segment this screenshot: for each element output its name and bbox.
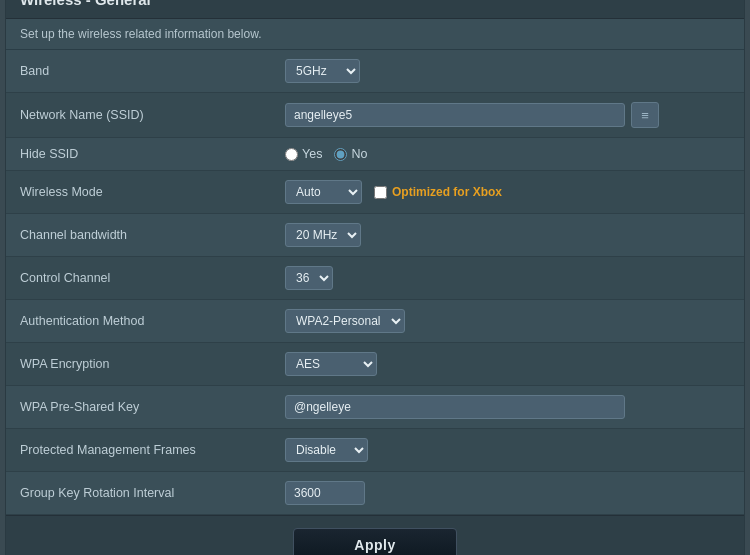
ssid-wrapper: ≡ <box>285 102 730 128</box>
wireless-mode-wrapper: Auto N only AC only Optimized for Xbox <box>285 180 730 204</box>
channel-bandwidth-select[interactable]: 20 MHz 40 MHz 80 MHz <box>285 223 361 247</box>
hide-ssid-radio-group: Yes No <box>285 147 730 161</box>
group-key-row: Group Key Rotation Interval <box>6 472 744 515</box>
xbox-checkbox-wrapper: Optimized for Xbox <box>374 185 502 199</box>
ssid-label: Network Name (SSID) <box>6 93 271 138</box>
hide-ssid-no-label[interactable]: No <box>334 147 367 161</box>
wireless-mode-label: Wireless Mode <box>6 171 271 214</box>
auth-method-select[interactable]: Open System WPA-Personal WPA2-Personal W… <box>285 309 405 333</box>
wpa-encryption-select[interactable]: AES TKIP TKIP+AES <box>285 352 377 376</box>
band-row: Band 5GHz 2.4GHz <box>6 50 744 93</box>
wpa-key-label: WPA Pre-Shared Key <box>6 386 271 429</box>
channel-bandwidth-label: Channel bandwidth <box>6 214 271 257</box>
auth-method-label: Authentication Method <box>6 300 271 343</box>
band-label: Band <box>6 50 271 93</box>
control-channel-select[interactable]: 36 40 44 48 <box>285 266 333 290</box>
wpa-encryption-row: WPA Encryption AES TKIP TKIP+AES <box>6 343 744 386</box>
page-title: Wireless - General <box>20 0 730 8</box>
pmf-select[interactable]: Disable Optional Required <box>285 438 368 462</box>
auth-method-row: Authentication Method Open System WPA-Pe… <box>6 300 744 343</box>
band-select[interactable]: 5GHz 2.4GHz <box>285 59 360 83</box>
wpa-key-input[interactable] <box>285 395 625 419</box>
group-key-input[interactable] <box>285 481 365 505</box>
channel-bandwidth-row: Channel bandwidth 20 MHz 40 MHz 80 MHz <box>6 214 744 257</box>
hide-ssid-yes-label[interactable]: Yes <box>285 147 322 161</box>
panel-header: Wireless - General <box>6 0 744 19</box>
group-key-label: Group Key Rotation Interval <box>6 472 271 515</box>
hide-ssid-no-radio[interactable] <box>334 148 347 161</box>
wireless-mode-select[interactable]: Auto N only AC only <box>285 180 362 204</box>
hide-ssid-label: Hide SSID <box>6 138 271 171</box>
panel-subtitle: Set up the wireless related information … <box>6 19 744 50</box>
apply-section: Apply <box>6 515 744 555</box>
pmf-row: Protected Management Frames Disable Opti… <box>6 429 744 472</box>
ssid-input[interactable] <box>285 103 625 127</box>
wireless-mode-row: Wireless Mode Auto N only AC only Optimi… <box>6 171 744 214</box>
wpa-key-row: WPA Pre-Shared Key <box>6 386 744 429</box>
control-channel-row: Control Channel 36 40 44 48 <box>6 257 744 300</box>
xbox-checkbox[interactable] <box>374 186 387 199</box>
hide-ssid-no-text: No <box>351 147 367 161</box>
settings-table: Band 5GHz 2.4GHz Network Name (SSID) ≡ <box>6 50 744 515</box>
wpa-encryption-label: WPA Encryption <box>6 343 271 386</box>
xbox-label: Optimized for Xbox <box>392 185 502 199</box>
hide-ssid-yes-radio[interactable] <box>285 148 298 161</box>
apply-button[interactable]: Apply <box>293 528 456 555</box>
hide-ssid-row: Hide SSID Yes No <box>6 138 744 171</box>
wireless-general-panel: Wireless - General Set up the wireless r… <box>5 0 745 555</box>
pmf-label: Protected Management Frames <box>6 429 271 472</box>
hide-ssid-yes-text: Yes <box>302 147 322 161</box>
ssid-row: Network Name (SSID) ≡ <box>6 93 744 138</box>
ssid-qr-icon[interactable]: ≡ <box>631 102 659 128</box>
control-channel-label: Control Channel <box>6 257 271 300</box>
